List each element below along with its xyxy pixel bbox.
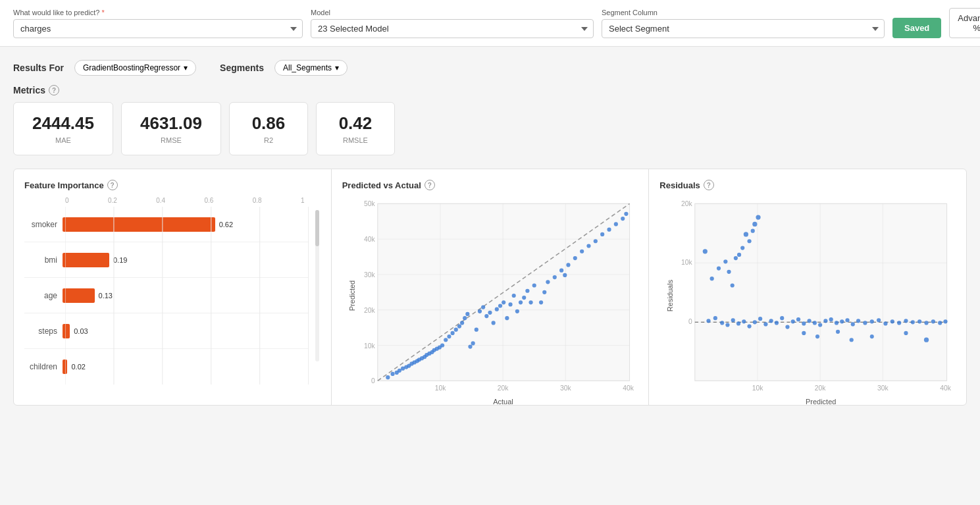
svg-point-116 <box>744 232 748 236</box>
segments-tag-button[interactable]: All_Segments ▾ <box>274 60 348 76</box>
required-star: * <box>102 9 105 16</box>
svg-point-167 <box>904 331 908 335</box>
svg-point-107 <box>703 249 708 253</box>
svg-point-55 <box>468 344 472 348</box>
charts-row: Feature Importance ? 0 0.2 0.4 0.6 0.8 1 <box>13 169 967 406</box>
svg-point-68 <box>511 294 515 298</box>
svg-point-51 <box>457 324 461 328</box>
residuals-y-label: Residuals <box>667 280 675 311</box>
fi-val-age: 0.13 <box>99 292 113 300</box>
fi-scrollbar[interactable] <box>315 210 319 361</box>
svg-point-154 <box>897 321 901 325</box>
svg-point-115 <box>740 246 744 250</box>
pva-svg: 50k 40k 30k 20k 10k 0 10k 20k 30k 40k <box>349 197 645 394</box>
fi-axis: 0 0.2 0.4 0.6 0.8 1 <box>65 197 305 204</box>
results-row: Results For GradientBoostingRegressor ▾ … <box>13 60 967 76</box>
model-label: Model <box>311 9 594 16</box>
svg-point-127 <box>742 319 746 323</box>
svg-point-160 <box>938 321 942 325</box>
svg-point-113 <box>734 256 738 260</box>
saved-button[interactable]: Saved <box>892 18 941 38</box>
fi-row-bmi: bmi 0.19 <box>24 242 309 278</box>
svg-point-80 <box>563 273 567 277</box>
segment-select[interactable]: Select Segment <box>602 19 885 38</box>
fi-val-smoker: 0.62 <box>219 221 233 228</box>
chevron-down-icon: ▾ <box>184 63 188 72</box>
svg-point-79 <box>559 269 563 273</box>
svg-point-161 <box>944 319 948 323</box>
segments-tag-label: All_Segments <box>283 63 332 72</box>
svg-text:50k: 50k <box>364 200 375 207</box>
svg-point-70 <box>519 300 523 304</box>
svg-point-62 <box>491 321 495 325</box>
svg-point-141 <box>818 323 822 327</box>
model-tag-button[interactable]: GradientBoostingRegressor ▾ <box>74 60 196 76</box>
svg-text:30k: 30k <box>877 385 889 392</box>
svg-point-118 <box>751 229 755 233</box>
svg-point-123 <box>720 321 724 325</box>
svg-point-47 <box>444 338 448 342</box>
fi-scrollbar-thumb <box>315 210 319 246</box>
pva-title: Predicted vs Actual ? <box>342 180 638 190</box>
metrics-title: Metrics ? <box>13 85 967 95</box>
residuals-title-text: Residuals <box>659 180 700 190</box>
metric-card-r2: 0.86 R2 <box>229 102 308 155</box>
svg-point-139 <box>808 319 812 323</box>
metric-value-rmse: 4631.09 <box>140 113 202 134</box>
svg-point-138 <box>802 321 806 325</box>
svg-point-152 <box>884 321 888 325</box>
model-select[interactable]: 23 Selected Model <box>311 19 594 38</box>
svg-text:0: 0 <box>371 377 375 385</box>
svg-point-30 <box>397 369 401 373</box>
metric-card-rmsle: 0.42 RMSLE <box>316 102 395 155</box>
svg-point-168 <box>924 338 929 342</box>
svg-point-114 <box>737 253 741 257</box>
svg-point-85 <box>593 239 597 243</box>
svg-text:30k: 30k <box>364 271 375 279</box>
pva-chart-area: Predicted 50k 40k <box>342 197 638 394</box>
svg-point-126 <box>736 321 740 325</box>
metrics-help-icon[interactable]: ? <box>49 85 59 95</box>
svg-point-151 <box>877 318 881 322</box>
predict-select[interactable]: charges <box>13 19 303 38</box>
svg-point-50 <box>453 328 457 332</box>
fi-row-age: age 0.13 <box>24 278 309 313</box>
pva-title-text: Predicted vs Actual <box>342 180 421 190</box>
svg-point-132 <box>769 319 773 323</box>
svg-point-110 <box>724 259 728 263</box>
svg-point-162 <box>802 331 806 335</box>
metric-name-rmsle: RMSLE <box>335 136 376 144</box>
fi-help-icon[interactable]: ? <box>107 180 118 190</box>
svg-point-164 <box>836 330 840 334</box>
svg-point-142 <box>824 319 828 323</box>
svg-point-156 <box>911 320 915 324</box>
svg-point-112 <box>731 283 735 287</box>
advanced-button[interactable]: Advanced % ⚙ <box>949 8 980 38</box>
metric-value-rmsle: 0.42 <box>335 113 376 134</box>
svg-point-61 <box>488 311 492 315</box>
fi-bar-children <box>63 359 67 374</box>
segment-field-group: Segment Column Select Segment <box>602 9 885 38</box>
svg-point-65 <box>502 300 505 304</box>
svg-point-28 <box>390 372 394 376</box>
svg-point-27 <box>386 375 390 379</box>
fi-val-steps: 0.03 <box>74 327 88 335</box>
svg-point-63 <box>494 307 498 311</box>
svg-point-108 <box>710 277 714 280</box>
svg-point-165 <box>850 338 854 342</box>
svg-text:0: 0 <box>688 318 692 325</box>
fi-bar-steps <box>63 324 70 338</box>
svg-point-124 <box>726 323 730 327</box>
residuals-help-icon[interactable]: ? <box>704 180 714 190</box>
segment-label: Segment Column <box>602 9 885 16</box>
feature-importance-title: Feature Importance ? <box>24 180 321 190</box>
fi-label-smoker: smoker <box>24 220 63 229</box>
metric-card-rmse: 4631.09 RMSE <box>121 102 221 155</box>
svg-text:10k: 10k <box>752 385 763 392</box>
svg-point-129 <box>753 320 757 324</box>
svg-point-56 <box>471 341 475 345</box>
pva-help-icon[interactable]: ? <box>425 180 435 190</box>
fi-val-bmi: 0.19 <box>113 256 127 264</box>
svg-point-59 <box>481 305 485 309</box>
svg-point-158 <box>925 321 929 325</box>
